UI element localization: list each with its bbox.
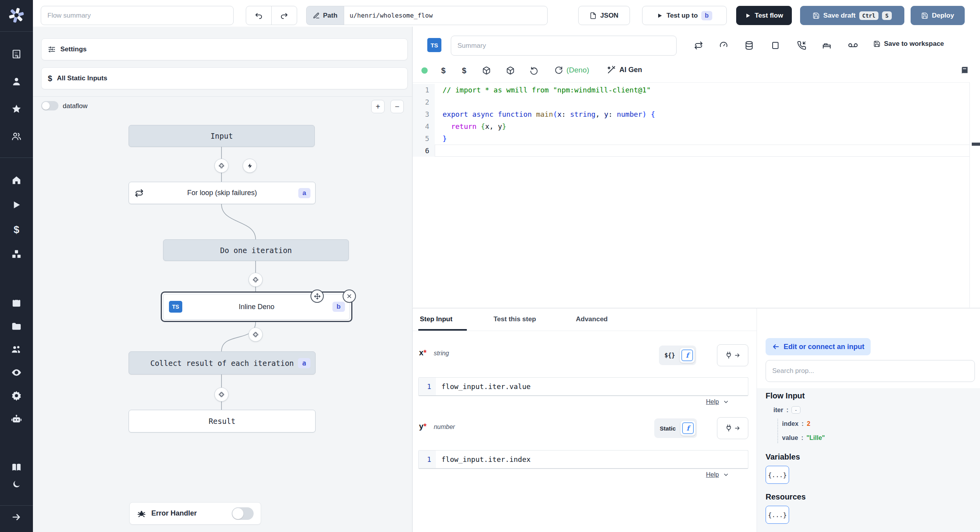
tree-item-value[interactable]: value : "Lille" xyxy=(782,434,825,442)
package-icon[interactable] xyxy=(506,66,515,75)
function-icon: f xyxy=(681,349,693,361)
save-draft-button[interactable]: Save draft Ctrl S xyxy=(800,6,904,25)
plug-icon xyxy=(725,351,733,359)
code-lines[interactable]: // import * as wmill from "npm:windmill-… xyxy=(435,84,970,157)
tree-item-index[interactable]: index : 2 xyxy=(782,420,810,427)
phone-incoming-icon[interactable] xyxy=(797,41,806,50)
gauge-icon[interactable] xyxy=(719,41,728,50)
field-x-toggle-function[interactable]: f xyxy=(680,348,695,363)
node-for-loop[interactable]: For loop (skip failures) a xyxy=(129,182,316,204)
field-x-connect-button[interactable] xyxy=(717,344,748,366)
field-y-toggle-static[interactable]: Static xyxy=(656,423,680,434)
arrow-left-icon xyxy=(772,343,780,351)
database-icon[interactable] xyxy=(744,41,754,50)
typescript-badge: TS xyxy=(169,301,182,313)
add-step-button[interactable] xyxy=(249,328,263,342)
variables-expand-button[interactable]: {...} xyxy=(766,466,789,484)
dark-mode-icon[interactable] xyxy=(12,480,21,489)
groups-icon[interactable] xyxy=(11,344,22,355)
refresh-icon[interactable] xyxy=(554,66,563,75)
node-input[interactable]: Input xyxy=(129,125,315,147)
save-to-workspace-button[interactable]: Save to workspace xyxy=(873,40,944,48)
bed-icon[interactable] xyxy=(822,41,831,50)
repeat-trigger-icon[interactable] xyxy=(694,41,703,50)
docs-book-icon[interactable] xyxy=(960,66,969,75)
node-do-one-iteration[interactable]: Do one iteration xyxy=(163,239,349,261)
undo-button[interactable] xyxy=(246,6,272,25)
field-x-toggle-expr[interactable]: ${} xyxy=(661,349,679,361)
tab-test-this-step[interactable]: Test this step xyxy=(494,315,536,323)
field-y-expression[interactable]: 1 flow_input.iter.index xyxy=(418,450,748,469)
field-y-connect-button[interactable] xyxy=(717,417,748,439)
field-y-help-link[interactable]: Help xyxy=(706,471,729,478)
ai-gen-button[interactable]: AI Gen xyxy=(607,65,642,74)
bug-icon xyxy=(137,509,146,518)
file-json-icon xyxy=(590,12,597,19)
redo-button[interactable] xyxy=(271,6,297,25)
deploy-button[interactable]: Deploy xyxy=(911,6,965,25)
field-x-expression[interactable]: 1 flow_input.iter.value xyxy=(418,377,748,396)
node-result[interactable]: Result xyxy=(129,410,316,432)
node-collect-result[interactable]: Collect result of each iteration a xyxy=(129,351,316,375)
summary-input[interactable] xyxy=(451,36,677,56)
resources-expand-button[interactable]: {...} xyxy=(766,506,789,524)
windmill-logo[interactable] xyxy=(8,7,25,24)
ai-icon[interactable] xyxy=(11,414,22,425)
resource-dollar-icon[interactable]: $ xyxy=(462,66,466,75)
resources-title: Resources xyxy=(766,492,806,501)
users-icon[interactable] xyxy=(11,131,22,141)
docs-icon[interactable] xyxy=(11,462,22,473)
field-x-help-link[interactable]: Help xyxy=(706,398,729,405)
user-icon[interactable] xyxy=(11,76,22,87)
home-icon[interactable] xyxy=(11,175,22,185)
step-panel: Step Input Test this step Advanced x* st… xyxy=(412,308,757,532)
error-handler-toggle[interactable] xyxy=(232,507,254,520)
tree-item-iter[interactable]: iter : - xyxy=(773,406,800,414)
field-y-toggle-function[interactable]: f xyxy=(681,421,695,436)
tab-step-input[interactable]: Step Input xyxy=(420,315,452,323)
node-collect-result-label: Collect result of each iteration xyxy=(150,359,294,367)
add-step-button[interactable] xyxy=(214,159,229,173)
move-node-button[interactable] xyxy=(310,290,324,303)
field-y-mode-toggle[interactable]: Static f xyxy=(654,418,697,438)
package-icon[interactable] xyxy=(482,66,491,75)
runs-icon[interactable] xyxy=(11,200,22,210)
error-handler-row: Error Handler xyxy=(129,502,261,525)
test-up-to-label: Test up to xyxy=(666,12,698,20)
folders-icon[interactable] xyxy=(11,321,22,331)
workspace-icon[interactable] xyxy=(11,49,22,59)
code-gutter: 123456 xyxy=(413,84,435,157)
search-prop-input[interactable] xyxy=(766,360,975,382)
square-route-icon[interactable] xyxy=(771,41,780,50)
edit-or-connect-label: Edit or connect an input xyxy=(784,343,864,351)
tab-advanced[interactable]: Advanced xyxy=(576,315,608,323)
field-x-mode-toggle[interactable]: ${} f xyxy=(659,346,696,365)
json-button[interactable]: JSON xyxy=(578,6,630,25)
settings-icon[interactable] xyxy=(11,391,22,401)
iter-collapse-chip[interactable]: - xyxy=(791,406,800,414)
variables-icon[interactable]: $ xyxy=(14,224,19,236)
favorites-icon[interactable] xyxy=(11,104,22,114)
resources-icon[interactable] xyxy=(11,249,22,260)
editor-overview-ruler[interactable] xyxy=(969,82,980,308)
voicemail-icon[interactable] xyxy=(848,40,858,51)
trigger-button[interactable] xyxy=(243,159,257,173)
edit-or-connect-button[interactable]: Edit or connect an input xyxy=(766,338,871,355)
audit-logs-icon[interactable] xyxy=(11,367,22,378)
test-flow-button[interactable]: Test flow xyxy=(736,6,792,25)
plus-icon xyxy=(252,331,259,338)
schedules-icon[interactable] xyxy=(11,298,22,308)
path-input[interactable] xyxy=(344,6,548,25)
expand-icon[interactable] xyxy=(11,512,22,522)
play-icon xyxy=(657,13,663,19)
function-icon: f xyxy=(682,422,694,434)
variables-title: Variables xyxy=(766,452,800,461)
undo-icon xyxy=(254,11,263,20)
test-up-to-button[interactable]: Test up to b xyxy=(642,6,727,25)
delete-node-button[interactable] xyxy=(343,290,356,303)
add-step-button[interactable] xyxy=(249,273,263,287)
flow-summary-input[interactable] xyxy=(41,6,234,25)
variable-dollar-icon[interactable]: $ xyxy=(441,66,445,75)
add-step-button[interactable] xyxy=(214,387,229,402)
rotate-ccw-icon[interactable] xyxy=(530,66,539,75)
